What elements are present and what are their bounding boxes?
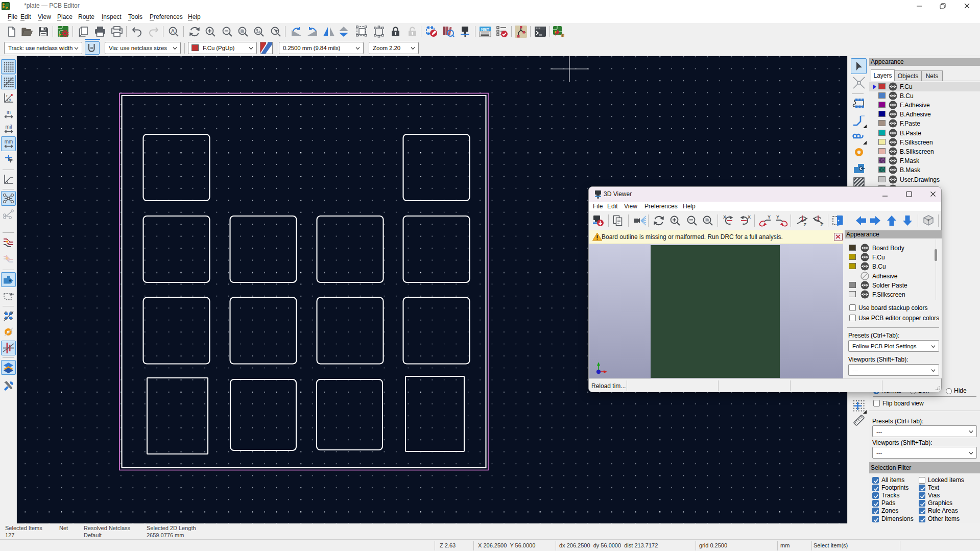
svg-text:X: X [723,214,726,220]
svg-text:X: X [748,214,751,220]
svg-text:in: in [7,109,11,115]
svg-text:θ: θ [9,98,11,102]
svg-text:Z: Z [821,222,824,227]
svg-text:Y: Y [776,214,779,220]
svg-text:Z: Z [804,222,807,227]
svg-text:A: A [171,28,175,34]
svg-text:NET: NET [481,27,489,31]
svg-text:r: r [6,93,8,98]
svg-text:mil: mil [5,124,12,130]
svg-text:Y: Y [768,214,771,220]
svg-text:mm: mm [4,139,13,145]
